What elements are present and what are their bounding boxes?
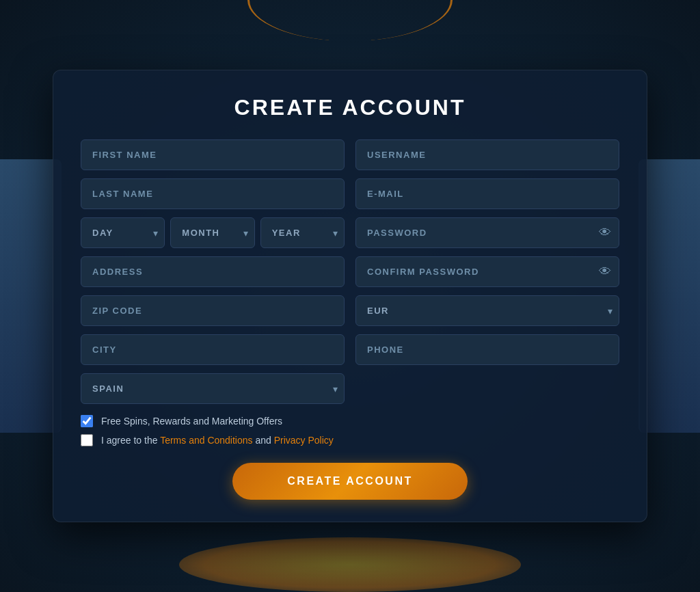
username-field-group: [355, 139, 619, 170]
first-name-input[interactable]: [81, 139, 345, 170]
marketing-checkbox-row: Free Spins, Rewards and Marketing Offers: [81, 415, 619, 427]
first-name-field-group: [81, 139, 345, 170]
email-input[interactable]: [355, 178, 619, 209]
terms-label-and: and: [253, 435, 274, 446]
last-name-input[interactable]: [81, 178, 345, 209]
day-select-wrapper: Day 12345 678910 152025283031 ▾: [81, 217, 165, 248]
currency-field-group: EUR USD GBP CAD AUD ▾: [355, 295, 619, 326]
confirm-password-input[interactable]: [355, 256, 619, 287]
zip-code-input[interactable]: [81, 295, 345, 326]
marketing-label: Free Spins, Rewards and Marketing Offers: [101, 416, 282, 427]
terms-label: I agree to the Terms and Conditions and …: [101, 435, 334, 446]
password-input-wrapper: 👁: [355, 217, 619, 248]
submit-button-container: CREATE ACCOUNT: [81, 463, 619, 500]
day-select[interactable]: Day 12345 678910 152025283031: [81, 217, 165, 248]
year-select-wrapper: Year 200520001995 1990198519801970 ▾: [260, 217, 345, 248]
marketing-checkbox[interactable]: [81, 415, 93, 427]
dob-row: Day 12345 678910 152025283031 ▾ Month Ja…: [81, 217, 345, 248]
year-select[interactable]: Year 200520001995 1990198519801970: [260, 217, 345, 248]
address-input[interactable]: [81, 256, 345, 287]
country-select-wrapper: Spain Portugal France Germany Italy Unit…: [81, 373, 345, 404]
currency-select-wrapper: EUR USD GBP CAD AUD ▾: [355, 295, 619, 326]
create-account-modal: CREATE ACCOUNT Day 12345 678910 15202: [53, 70, 647, 522]
create-account-button[interactable]: CREATE ACCOUNT: [232, 463, 467, 500]
zip-code-field-group: [81, 295, 345, 326]
password-input[interactable]: [355, 217, 619, 248]
checkboxes-section: Free Spins, Rewards and Marketing Offers…: [81, 415, 619, 446]
confirm-password-input-wrapper: 👁: [355, 256, 619, 287]
password-field-group: 👁: [355, 217, 619, 248]
password-eye-icon[interactable]: 👁: [599, 226, 611, 240]
username-input[interactable]: [355, 139, 619, 170]
month-select-wrapper: Month JanuaryFebruaryMarch AprilMayJune …: [170, 217, 254, 248]
city-input[interactable]: [81, 334, 345, 365]
privacy-link[interactable]: Privacy Policy: [274, 435, 334, 446]
terms-link[interactable]: Terms and Conditions: [160, 435, 252, 446]
address-field-group: [81, 256, 345, 287]
form-grid: Day 12345 678910 152025283031 ▾ Month Ja…: [81, 139, 619, 404]
page-title: CREATE ACCOUNT: [81, 95, 619, 120]
terms-checkbox[interactable]: [81, 434, 93, 446]
last-name-field-group: [81, 178, 345, 209]
country-select[interactable]: Spain Portugal France Germany Italy Unit…: [81, 373, 345, 404]
month-select[interactable]: Month JanuaryFebruaryMarch AprilMayJune …: [170, 217, 254, 248]
email-field-group: [355, 178, 619, 209]
country-field-group: Spain Portugal France Germany Italy Unit…: [81, 373, 345, 404]
terms-checkbox-row: I agree to the Terms and Conditions and …: [81, 434, 619, 446]
currency-select[interactable]: EUR USD GBP CAD AUD: [355, 295, 619, 326]
confirm-password-field-group: 👁: [355, 256, 619, 287]
confirm-password-eye-icon[interactable]: 👁: [599, 265, 611, 279]
phone-field-group: [355, 334, 619, 365]
phone-input[interactable]: [355, 334, 619, 365]
terms-label-prefix: I agree to the: [101, 435, 160, 446]
country-row-spacer: [355, 373, 619, 404]
city-field-group: [81, 334, 345, 365]
